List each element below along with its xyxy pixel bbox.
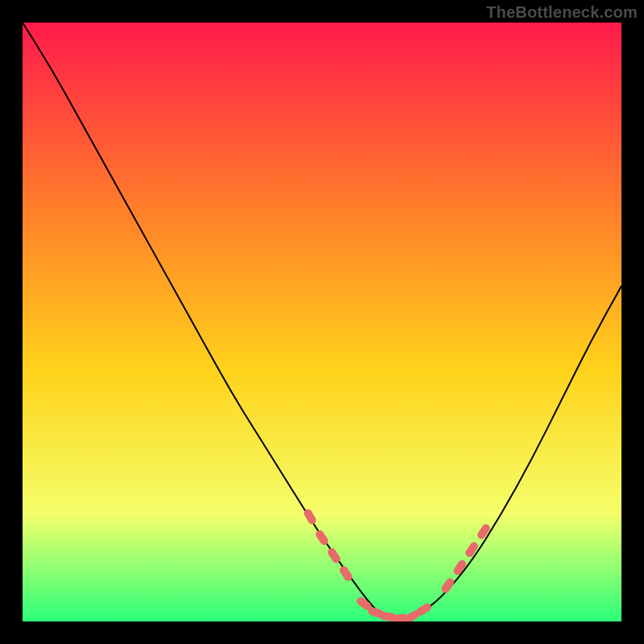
plot-area [23,23,621,621]
chart-svg [23,23,621,621]
chart-frame: TheBottleneck.com [0,0,644,644]
watermark-text: TheBottleneck.com [486,3,638,22]
